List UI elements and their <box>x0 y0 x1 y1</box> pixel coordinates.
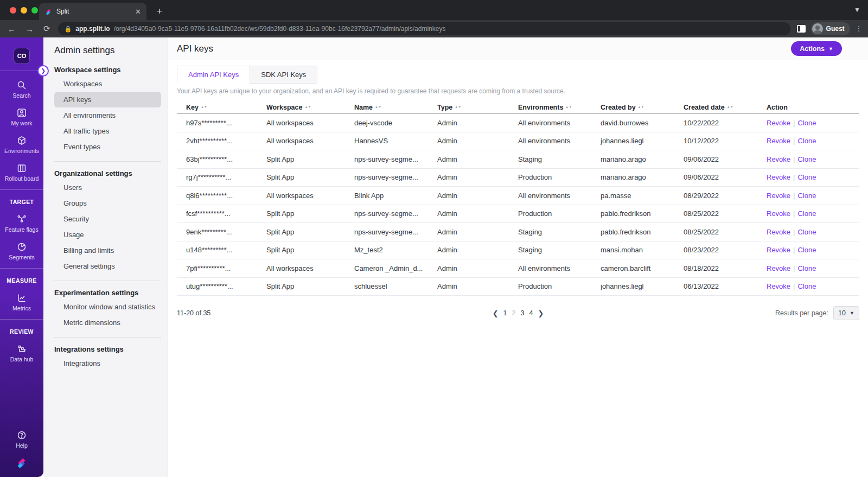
nav-item-monitor-window[interactable]: Monitor window and statistics <box>54 299 161 315</box>
cell-workspace: All workspaces <box>266 264 354 272</box>
tab-search-chevron-icon[interactable]: ▼ <box>854 6 860 14</box>
sort-icon: ▲▼ <box>304 106 311 109</box>
workspace-badge[interactable]: CO <box>14 48 30 64</box>
column-header-type[interactable]: Type▲▼ <box>437 104 518 111</box>
cell-environments: Production <box>518 282 601 290</box>
tab-admin-api-keys[interactable]: Admin API Keys <box>177 66 250 84</box>
cell-created-by: pablo.fredrikson <box>601 209 684 218</box>
revoke-link[interactable]: Revoke <box>767 119 790 127</box>
nav-item-event-types[interactable]: Event types <box>54 139 161 155</box>
zoom-window-button[interactable] <box>31 7 38 14</box>
clone-link[interactable]: Clone <box>797 264 816 272</box>
page-4[interactable]: 4 <box>529 309 533 317</box>
sidebar-item-help[interactable]: Help <box>0 430 43 449</box>
clone-link[interactable]: Clone <box>797 137 816 145</box>
browser-menu-icon[interactable]: ⋮ <box>856 28 863 30</box>
page-1[interactable]: 1 <box>503 309 507 317</box>
sidebar-item-rollout-board[interactable]: Rollout board <box>0 163 43 182</box>
browser-tab[interactable]: Split ✕ <box>39 3 146 20</box>
sidebar-item-segments[interactable]: Segments <box>0 241 43 260</box>
table-row: utug**********... Split App schluessel A… <box>177 278 859 296</box>
minimize-window-button[interactable] <box>21 7 27 14</box>
new-tab-button[interactable]: + <box>153 5 166 18</box>
sidebar-item-label: Search <box>12 92 30 99</box>
nav-item-users[interactable]: Users <box>54 180 161 195</box>
nav-item-groups[interactable]: Groups <box>54 195 161 211</box>
cell-created-by: pablo.fredrikson <box>601 228 684 236</box>
results-per-page-select[interactable]: 10 ▼ <box>833 306 859 320</box>
nav-heading-experimentation-settings: Experimentation settings <box>54 289 163 297</box>
table-body: h97s*********... All workspaces deej-vsc… <box>177 114 859 296</box>
url-domain: app.split.io <box>75 25 110 33</box>
sidebar-item-label: Segments <box>9 254 34 260</box>
sidebar-item-environments[interactable]: Environments <box>0 135 43 154</box>
revoke-link[interactable]: Revoke <box>767 246 790 254</box>
nav-item-usage[interactable]: Usage <box>54 227 161 243</box>
clone-link[interactable]: Clone <box>797 246 816 254</box>
tab-close-icon[interactable]: ✕ <box>135 8 141 16</box>
split-favicon <box>44 8 52 15</box>
cell-created-by: johannes.liegl <box>601 282 684 290</box>
forward-button[interactable]: → <box>25 24 34 34</box>
cell-workspace: All workspaces <box>266 137 354 145</box>
page-3[interactable]: 3 <box>521 309 525 317</box>
cell-action: Revoke|Clone <box>767 282 859 290</box>
nav-item-general-settings[interactable]: General settings <box>54 258 161 274</box>
side-panel-icon[interactable] <box>797 25 806 33</box>
expand-sidebar-button[interactable]: ❯ <box>37 65 49 77</box>
cell-action: Revoke|Clone <box>767 246 859 254</box>
revoke-link[interactable]: Revoke <box>767 209 790 218</box>
nav-item-integrations[interactable]: Integrations <box>54 355 161 371</box>
sidebar-item-search[interactable]: Search <box>0 80 43 99</box>
column-header-created-by[interactable]: Created by▲▼ <box>601 104 684 111</box>
actions-button[interactable]: Actions ▼ <box>791 41 842 56</box>
clone-link[interactable]: Clone <box>797 119 816 127</box>
revoke-link[interactable]: Revoke <box>767 155 790 163</box>
sidebar-item-data-hub[interactable]: Data hub <box>0 344 43 362</box>
previous-page-icon[interactable]: ❮ <box>493 309 499 317</box>
nav-item-metric-dimensions[interactable]: Metric dimensions <box>54 315 161 330</box>
address-bar[interactable]: 🔒 app.split.io /org/4d3405a0-9ca5-11e5-9… <box>58 22 790 35</box>
nav-item-security[interactable]: Security <box>54 211 161 227</box>
clone-link[interactable]: Clone <box>797 192 816 200</box>
cell-created-by: johannes.liegl <box>601 137 684 145</box>
revoke-link[interactable]: Revoke <box>767 137 790 145</box>
cell-workspace: All workspaces <box>266 119 354 127</box>
action-separator: | <box>793 173 795 181</box>
clone-link[interactable]: Clone <box>797 209 816 218</box>
column-header-name[interactable]: Name▲▼ <box>354 104 437 111</box>
nav-item-workspaces[interactable]: Workspaces <box>54 76 161 92</box>
tab-sdk-api-keys[interactable]: SDK API Keys <box>250 66 317 84</box>
cell-action: Revoke|Clone <box>767 264 859 272</box>
nav-item-all-environments[interactable]: All environments <box>54 107 161 123</box>
revoke-link[interactable]: Revoke <box>767 228 790 236</box>
pager: ❮ 1 2 3 4 ❯ <box>493 309 544 317</box>
cell-created-date: 09/06/2022 <box>684 173 767 181</box>
revoke-link[interactable]: Revoke <box>767 264 790 272</box>
table-row: 2vht**********... All workspaces HannesV… <box>177 132 859 151</box>
revoke-link[interactable]: Revoke <box>767 282 790 290</box>
close-window-button[interactable] <box>10 7 16 14</box>
chevron-down-icon: ▼ <box>850 310 854 316</box>
back-button[interactable]: ← <box>8 24 16 34</box>
column-header-created-date[interactable]: Created date▲▼ <box>684 104 767 111</box>
sidebar-item-feature-flags[interactable]: Feature flags <box>0 214 43 233</box>
nav-divider <box>54 337 161 338</box>
profile-button[interactable]: Guest <box>811 22 850 35</box>
sidebar-item-my-work[interactable]: My work <box>0 107 43 126</box>
reload-button[interactable]: ⟳ <box>43 24 50 34</box>
nav-item-billing-and-limits[interactable]: Billing and limits <box>54 243 161 258</box>
clone-link[interactable]: Clone <box>797 155 816 163</box>
column-header-workspace[interactable]: Workspace▲▼ <box>266 104 354 111</box>
column-header-key[interactable]: Key▲▼ <box>186 104 266 111</box>
clone-link[interactable]: Clone <box>797 173 816 181</box>
sidebar-item-metrics[interactable]: Metrics <box>0 292 43 311</box>
next-page-icon[interactable]: ❯ <box>538 309 544 317</box>
clone-link[interactable]: Clone <box>797 228 816 236</box>
nav-item-all-traffic-types[interactable]: All traffic types <box>54 123 161 139</box>
clone-link[interactable]: Clone <box>797 282 816 290</box>
revoke-link[interactable]: Revoke <box>767 192 790 200</box>
revoke-link[interactable]: Revoke <box>767 173 790 181</box>
column-header-environments[interactable]: Environments▲▼ <box>518 104 601 111</box>
nav-item-api-keys[interactable]: API keys <box>54 92 161 107</box>
